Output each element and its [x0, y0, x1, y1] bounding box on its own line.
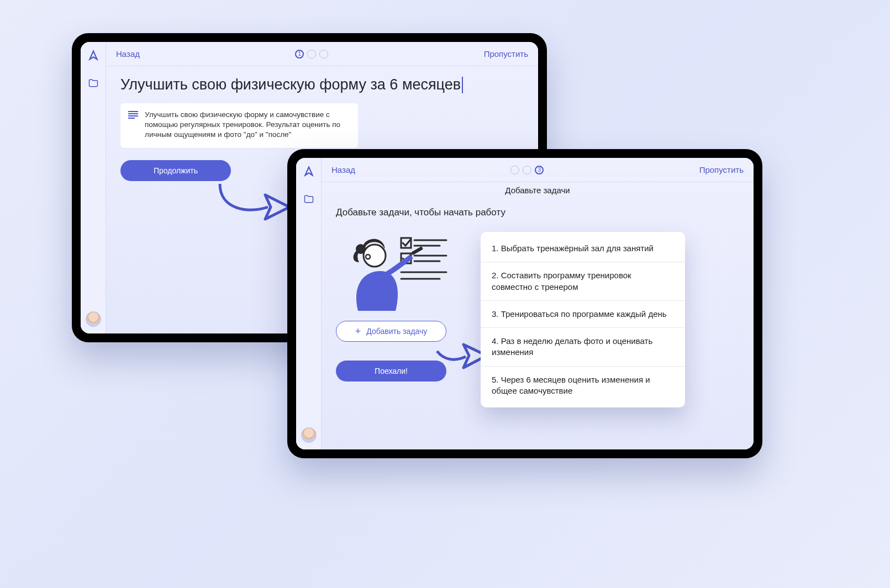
step-indicator-1	[510, 166, 519, 174]
go-button[interactable]: Поехали!	[336, 361, 446, 382]
svg-rect-12	[411, 246, 423, 255]
svg-rect-1	[128, 113, 138, 114]
goal-title-text: Улучшить свою физическую форму за 6 меся…	[120, 76, 461, 93]
step-indicator-3: 3	[535, 166, 544, 174]
back-button[interactable]: Назад	[116, 49, 140, 59]
text-cursor	[462, 77, 463, 93]
step-indicator-2	[307, 50, 316, 59]
step-indicator-2	[523, 166, 531, 174]
add-task-button[interactable]: + Добавить задачу	[336, 321, 446, 342]
continue-button[interactable]: Продолжить	[120, 160, 231, 181]
task-item[interactable]: 4. Раз в неделю делать фото и оценивать …	[481, 328, 685, 367]
folder-icon[interactable]	[88, 78, 99, 90]
step-indicator-3	[319, 50, 328, 59]
topbar: Назад 1 Пропустить	[106, 42, 538, 66]
sidebar	[81, 42, 106, 333]
avatar[interactable]	[301, 427, 317, 443]
app-logo-icon	[88, 50, 99, 63]
progress-steps: 3	[510, 166, 544, 174]
svg-point-15	[366, 255, 370, 259]
task-item[interactable]: 1. Выбрать тренажёрный зал для занятий	[481, 235, 685, 262]
progress-steps: 1	[295, 50, 328, 59]
goal-title-input[interactable]: Улучшить свою физическую форму за 6 меся…	[120, 76, 524, 93]
task-item[interactable]: 3. Тренироваться по программе каждый ден…	[481, 301, 685, 328]
svg-rect-2	[128, 115, 138, 116]
step-indicator-1: 1	[295, 50, 304, 59]
svg-rect-0	[128, 111, 138, 112]
screen-title: Добавьте задачи	[322, 182, 754, 197]
task-item[interactable]: 5. Через 6 месяцев оценить изменения и о…	[481, 367, 685, 405]
skip-button[interactable]: Пропустить	[484, 49, 528, 59]
plus-icon: +	[355, 326, 361, 336]
topbar: Назад 3 Пропустить	[322, 158, 754, 182]
skip-button[interactable]: Пропустить	[699, 165, 744, 174]
svg-rect-3	[128, 118, 135, 119]
tasks-list-card: 1. Выбрать тренажёрный зал для занятий 2…	[481, 232, 685, 407]
note-text: Улучшить свою физическую форму и самочув…	[145, 110, 350, 140]
sidebar	[296, 158, 322, 449]
note-card[interactable]: Улучшить свою физическую форму и самочув…	[120, 103, 358, 148]
note-icon	[128, 111, 138, 140]
folder-icon[interactable]	[303, 194, 314, 206]
add-task-label: Добавить задачу	[366, 327, 427, 336]
avatar[interactable]	[86, 311, 101, 327]
app-logo-icon	[303, 166, 314, 179]
back-button[interactable]: Назад	[331, 165, 355, 174]
prompt-text: Добавьте задачи, чтобы начать работу	[336, 207, 739, 218]
task-item[interactable]: 2. Составить программу тренировок совмес…	[481, 262, 685, 301]
